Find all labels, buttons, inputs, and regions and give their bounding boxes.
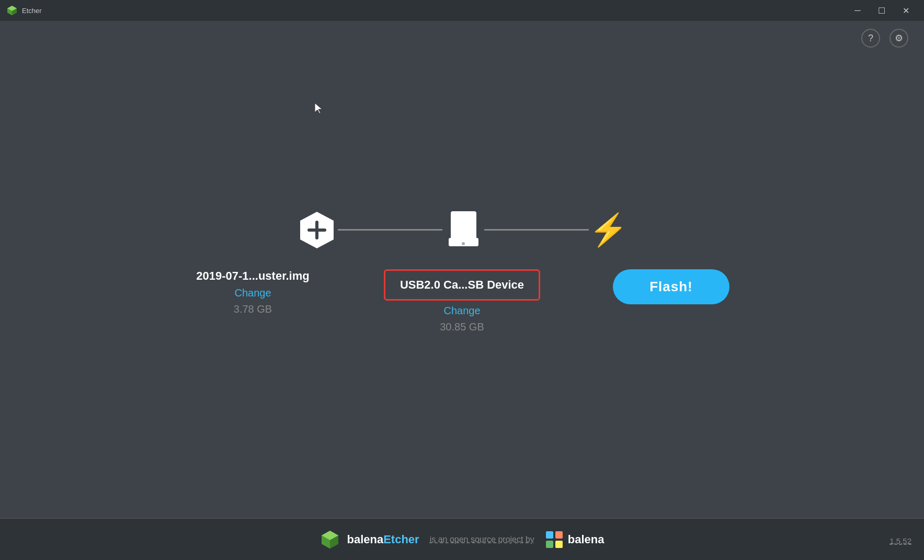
flash-column: Flash! [593,269,750,304]
drive-step-icon [442,207,484,254]
connector-1 [338,229,442,231]
footer-open-source-text: is an open source project by [430,535,534,544]
titlebar-left: Etcher [6,5,42,16]
titlebar: Etcher ─ ☐ ✕ [0,0,924,21]
flash-button[interactable]: Flash! [613,269,729,304]
svg-rect-14 [546,531,553,539]
top-actions: ? ⚙ [861,29,908,48]
target-device-box[interactable]: USB2.0 Ca...SB Device [384,269,540,301]
steps-row: ⚡ [175,207,750,254]
svg-rect-15 [555,531,563,539]
main-content: ⚡ 2019-07-1...uster.img Change 3.78 GB U… [0,21,924,518]
footer: balenaEtcher is an open source project b… [0,518,924,560]
svg-rect-16 [546,541,553,548]
source-column: 2019-07-1...uster.img Change 3.78 GB [175,269,332,315]
svg-rect-17 [555,541,563,548]
app-title: Etcher [22,7,42,15]
footer-brand-name: balenaEtcher [347,533,419,546]
drive-icon [447,209,481,251]
balena-etcher-logo-icon [320,529,340,550]
titlebar-controls: ─ ☐ ✕ [846,0,918,21]
footer-content: balenaEtcher is an open source project b… [320,529,604,550]
maximize-button[interactable]: ☐ [870,0,894,21]
flash-step-icon: ⚡ [589,214,628,246]
balena-logo-wrap: balena [545,530,604,549]
source-filename: 2019-07-1...uster.img [196,269,309,283]
target-size: 30.85 GB [440,321,484,333]
target-change-button[interactable]: Change [443,305,480,317]
source-size: 3.78 GB [234,303,272,315]
footer-brand-balena: balena [347,533,383,546]
svg-point-9 [462,242,465,245]
footer-brand-etcher: Etcher [383,533,419,546]
target-column: USB2.0 Ca...SB Device Change 30.85 GB [384,269,541,333]
settings-button[interactable]: ⚙ [889,29,908,48]
minimize-button[interactable]: ─ [846,0,870,21]
lightning-icon: ⚡ [589,214,628,246]
footer-balena-label: balena [568,533,604,546]
balena-logo-icon [545,530,564,549]
app-logo-icon [6,5,18,16]
close-button[interactable]: ✕ [894,0,918,21]
source-step-icon [296,209,338,251]
hexagon-plus-icon [296,209,338,251]
help-button[interactable]: ? [861,29,880,48]
connector-2 [484,229,589,231]
version-label: 1.5.52 [889,536,911,545]
source-change-button[interactable]: Change [234,287,271,299]
labels-row: 2019-07-1...uster.img Change 3.78 GB USB… [175,269,750,333]
svg-rect-7 [451,211,476,242]
